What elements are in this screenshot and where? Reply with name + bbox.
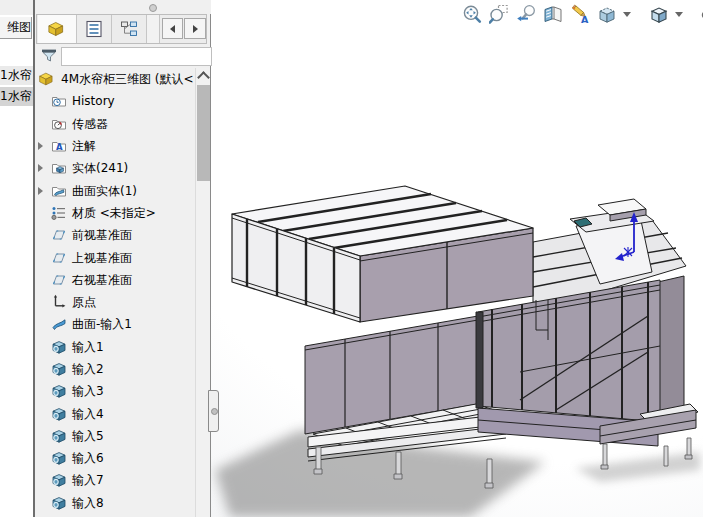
tree-item-top-plane[interactable]: 上视基准面 bbox=[38, 247, 196, 269]
background-window-strip: 维图 1水帘 1水帘 bbox=[0, 0, 33, 517]
tree-item-solid-bodies[interactable]: 实体(241) bbox=[38, 157, 196, 179]
tree-item-import4[interactable]: 输入4 bbox=[38, 403, 196, 425]
tree-root-item[interactable]: 4M水帘柜三维图 (默认< bbox=[38, 68, 196, 90]
panel-splitter-dot-icon[interactable] bbox=[149, 4, 157, 12]
zoom-to-fit-button[interactable] bbox=[459, 2, 484, 26]
tree-item-import2[interactable]: 输入2 bbox=[38, 358, 196, 380]
zoom-to-area-icon bbox=[489, 4, 509, 24]
tree-item-import7[interactable]: 输入7 bbox=[38, 469, 196, 491]
expand-arrow-icon[interactable] bbox=[38, 186, 51, 196]
panel-tab-bar bbox=[36, 14, 207, 44]
display-style-icon bbox=[649, 4, 669, 24]
tree-filter-input[interactable] bbox=[61, 47, 212, 66]
tree-item-import8[interactable]: 输入8 bbox=[38, 492, 196, 514]
tree-item-material[interactable]: 材质 <未指定> bbox=[38, 202, 196, 224]
tree-item-sensors[interactable]: 传感器 bbox=[38, 113, 196, 135]
scrollbar-thumb[interactable] bbox=[197, 85, 210, 181]
tab-scroll-right-button[interactable] bbox=[184, 18, 206, 39]
import-body-icon bbox=[51, 406, 67, 422]
plane-icon bbox=[51, 272, 67, 288]
sensors-icon bbox=[51, 116, 67, 132]
tab-partial[interactable] bbox=[147, 15, 160, 43]
import-body-icon bbox=[51, 361, 67, 377]
tab-configurationmanager[interactable] bbox=[112, 15, 147, 43]
zoom-to-fit-icon bbox=[462, 4, 482, 24]
tree-item-surface-import1[interactable]: 曲面-输入1 bbox=[38, 313, 196, 335]
tree-root-label: 4M水帘柜三维图 (默认< bbox=[61, 71, 194, 88]
previous-view-icon bbox=[516, 4, 536, 24]
chevron-left-icon bbox=[170, 25, 175, 33]
view-orientation-icon bbox=[597, 4, 617, 24]
tree-scrollbar[interactable] bbox=[195, 68, 210, 517]
3d-drawing-view-icon bbox=[570, 4, 590, 24]
tree-item-right-plane[interactable]: 右视基准面 bbox=[38, 269, 196, 291]
surface-import-icon bbox=[51, 316, 67, 332]
history-folder-icon bbox=[51, 93, 67, 109]
tree-item-annotations[interactable]: 注解 bbox=[38, 135, 196, 157]
solid-bodies-folder-icon bbox=[51, 160, 67, 176]
surface-bodies-folder-icon bbox=[51, 183, 67, 199]
tab-featuremanager[interactable] bbox=[38, 15, 77, 43]
part-icon bbox=[38, 70, 56, 88]
import-body-icon bbox=[51, 339, 67, 355]
tree-item-import6[interactable]: 输入6 bbox=[38, 447, 196, 469]
material-icon bbox=[51, 205, 67, 221]
tree-item-import3[interactable]: 输入3 bbox=[38, 380, 196, 402]
view-orientation-dropdown-caret-icon[interactable] bbox=[623, 12, 631, 17]
tree-item-origin[interactable]: 原点 bbox=[38, 291, 196, 313]
background-strip-header bbox=[0, 0, 33, 15]
zoom-to-area-button[interactable] bbox=[486, 2, 511, 26]
tree-filter-row bbox=[35, 45, 211, 68]
plane-icon bbox=[51, 227, 67, 243]
display-style-button[interactable] bbox=[646, 2, 671, 26]
import-body-icon bbox=[51, 428, 67, 444]
tab-scroll-left-button[interactable] bbox=[162, 18, 183, 39]
configuration-icon bbox=[119, 19, 139, 39]
handle-dot-icon bbox=[211, 408, 218, 415]
annotations-folder-icon bbox=[51, 138, 67, 154]
tree-item-surface-bodies[interactable]: 曲面实体(1) bbox=[38, 180, 196, 202]
expand-arrow-icon[interactable] bbox=[38, 141, 51, 151]
previous-view-button[interactable] bbox=[513, 2, 538, 26]
heads-up-view-toolbar bbox=[459, 1, 703, 27]
background-tree-item-selected[interactable]: 1水帘 bbox=[0, 87, 33, 106]
tree-item-front-plane[interactable]: 前视基准面 bbox=[38, 224, 196, 246]
import-body-icon bbox=[51, 472, 67, 488]
tree-item-history[interactable]: History bbox=[38, 90, 196, 112]
property-list-icon bbox=[84, 19, 104, 39]
import-body-icon bbox=[51, 495, 67, 511]
chevron-right-icon bbox=[193, 25, 198, 33]
display-style-dropdown-caret-icon[interactable] bbox=[675, 12, 683, 17]
background-tab[interactable]: 维图 bbox=[0, 17, 32, 39]
panel-collapse-handle[interactable] bbox=[208, 390, 219, 432]
section-view-button[interactable] bbox=[540, 2, 565, 26]
3d-drawing-view-button[interactable] bbox=[567, 2, 592, 26]
graphics-viewport[interactable] bbox=[211, 0, 703, 517]
featuremanager-panel: 4M水帘柜三维图 (默认< History 传感器 注解 实体(241) 曲面实… bbox=[35, 0, 211, 517]
scrollbar-up-arrow-icon[interactable] bbox=[197, 71, 210, 84]
solidworks-window: { "app": "SolidWorks", "left_strip": { "… bbox=[0, 0, 703, 517]
part-icon bbox=[47, 19, 67, 39]
expand-arrow-icon[interactable] bbox=[38, 163, 51, 173]
tree-item-import1[interactable]: 输入1 bbox=[38, 336, 196, 358]
view-orientation-button[interactable] bbox=[594, 2, 619, 26]
plane-icon bbox=[51, 250, 67, 266]
tree-item-import5[interactable]: 输入5 bbox=[38, 425, 196, 447]
origin-icon bbox=[51, 294, 67, 310]
tab-propertymanager[interactable] bbox=[77, 15, 112, 43]
hide-show-items-button[interactable] bbox=[698, 2, 703, 26]
background-tree-item[interactable]: 1水帘 bbox=[0, 66, 33, 85]
section-view-icon bbox=[543, 4, 563, 24]
panel-top-strip bbox=[35, 0, 211, 14]
import-body-icon bbox=[51, 450, 67, 466]
filter-funnel-icon bbox=[40, 47, 58, 65]
import-body-icon bbox=[51, 383, 67, 399]
